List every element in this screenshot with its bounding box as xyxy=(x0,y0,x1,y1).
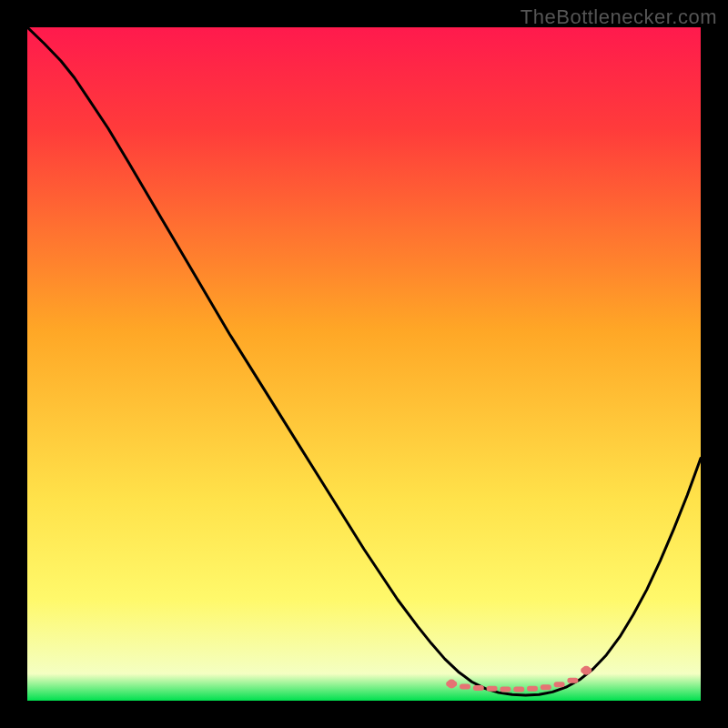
trough-marker xyxy=(541,684,551,690)
chart-frame xyxy=(27,27,701,701)
trough-marker xyxy=(527,686,538,692)
trough-marker xyxy=(487,686,498,692)
trough-marker-end xyxy=(447,680,456,689)
trough-marker xyxy=(513,686,524,692)
trough-marker xyxy=(460,683,470,689)
trough-marker-end xyxy=(581,666,591,675)
chart-curve-layer xyxy=(27,27,701,701)
watermark-label: TheBottlenecker.com xyxy=(521,5,717,29)
trough-marker xyxy=(500,686,511,692)
trough-marker xyxy=(473,685,484,691)
main-curve xyxy=(27,27,701,695)
trough-marker xyxy=(567,678,578,683)
trough-marker xyxy=(554,682,565,687)
